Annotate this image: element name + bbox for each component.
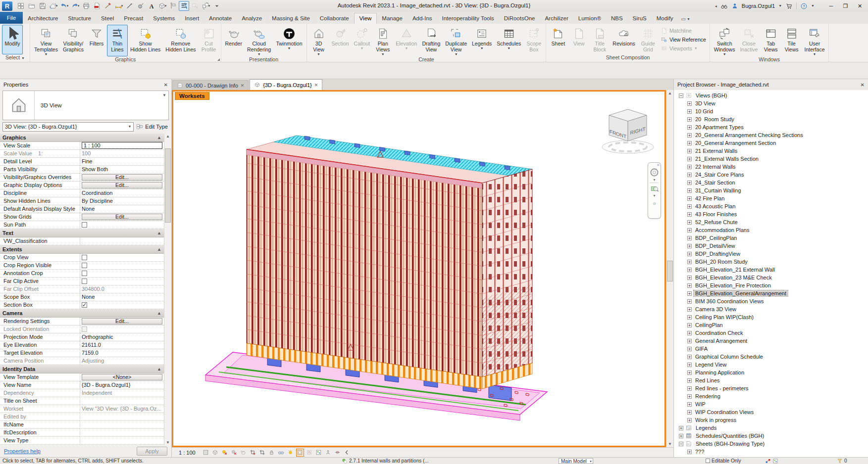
show-hidden-lines-button[interactable]: Show Hidden Lines <box>128 25 163 56</box>
property-value[interactable] <box>80 270 164 277</box>
tree-item-24-stair-core-plans[interactable]: +24_Stair Core Plans <box>676 171 868 179</box>
tree-expander-icon[interactable]: + <box>687 173 692 177</box>
property-value[interactable]: Fine <box>80 158 164 165</box>
schedules-button[interactable]: Schedules▼ <box>494 25 523 56</box>
filters-button[interactable]: Filters <box>86 25 107 56</box>
zoom-icon[interactable] <box>650 184 659 193</box>
customize-qat-icon[interactable] <box>211 1 222 11</box>
tree-expander-icon[interactable]: + <box>687 141 692 145</box>
tree-expander-icon[interactable]: + <box>687 228 692 232</box>
tree-expander-icon[interactable]: + <box>687 149 692 153</box>
tree-item-coordination-check[interactable]: +Coordination Check <box>676 329 868 337</box>
property-value[interactable]: <None> <box>80 373 164 381</box>
tree-expander-icon[interactable]: + <box>687 339 692 343</box>
tree-item-20-general-arrangement-section[interactable]: +20_General Arrangement Section <box>676 139 868 147</box>
ribbon-tab-view[interactable]: View <box>354 13 377 24</box>
checkbox[interactable] <box>82 278 87 284</box>
tree-expander-icon[interactable]: + <box>687 196 692 201</box>
tree-item-bdp-detailview[interactable]: +BDP_DetailView <box>676 242 868 250</box>
undo-icon[interactable]: ▾ <box>59 1 69 11</box>
tree-item-wip[interactable]: +WIP <box>676 400 868 408</box>
editable-only-checkbox[interactable] <box>706 459 710 463</box>
user-interface-button[interactable]: User Interface▼ <box>802 25 827 56</box>
ribbon-tab-manage[interactable]: Manage <box>377 13 408 24</box>
tree-expander-icon[interactable]: + <box>687 331 692 335</box>
tree-item-24-stair-section[interactable]: +24_Stair Section <box>676 179 868 186</box>
property-value[interactable]: Orthographic <box>80 333 164 341</box>
tree-expander-icon[interactable]: + <box>687 204 692 209</box>
property-section-camera[interactable]: Camera▲ <box>0 309 164 318</box>
tree-item-camera-3d-view[interactable]: +Camera 3D View <box>676 305 868 313</box>
tab-views-button[interactable]: Tab Views <box>761 25 781 56</box>
viewcube[interactable]: FRONT RIGHT <box>599 103 659 157</box>
matchline-button[interactable]: Matchline <box>661 27 706 35</box>
tree-item-20-room-study[interactable]: +20 Room Study <box>676 115 868 123</box>
tree-item-52-refuse-chute[interactable]: +52_Refuse Chute <box>676 218 868 226</box>
property-value[interactable] <box>80 262 164 269</box>
ribbon-tab-annotate[interactable]: Annotate <box>204 13 237 24</box>
tree-item-20-apartment-types[interactable]: +20 Apartment Types <box>676 123 868 131</box>
tree-expander-icon[interactable]: + <box>687 165 692 169</box>
restore-button[interactable]: ❐ <box>838 0 853 11</box>
ribbon-tab-sirus[interactable]: SiruS <box>628 13 652 24</box>
tree-item-bdp-draftingview[interactable]: +BDP_DraftingView <box>676 250 868 258</box>
property-value[interactable] <box>80 254 164 261</box>
switch-windows-button[interactable]: Switch Windows▼ <box>712 25 738 56</box>
tree-expander-icon[interactable]: + <box>687 323 692 327</box>
property-value[interactable]: Show Both <box>80 166 164 173</box>
tree-expander-icon[interactable]: + <box>687 181 692 185</box>
help-menu-caret-icon[interactable]: ▼ <box>811 4 815 7</box>
tree-expander-icon[interactable]: + <box>687 157 692 161</box>
tree-item-red-lines[interactable]: +Red Lines <box>676 376 868 384</box>
scope-box-button[interactable]: Scope Box <box>523 25 544 56</box>
tree-item-3d-view[interactable]: +3D View <box>676 99 868 107</box>
redo-icon[interactable]: ▾ <box>70 1 80 11</box>
worksharing-display-icon[interactable] <box>315 449 323 457</box>
tree-expander-icon[interactable]: + <box>687 347 692 351</box>
property-section-text[interactable]: Text▲ <box>0 229 164 237</box>
revit-logo-icon[interactable]: R <box>2 1 12 11</box>
tree-item-22-internal-walls[interactable]: +22 Internal Walls <box>676 163 868 171</box>
tree-item-ceilingplan[interactable]: +CeilingPlan <box>676 321 868 329</box>
tree-expander-icon[interactable]: + <box>687 283 692 288</box>
selection-filter[interactable]: 0 <box>837 458 847 464</box>
property-value[interactable]: 1 : 100 <box>80 142 164 149</box>
checkbox[interactable] <box>82 222 87 228</box>
project-browser-close-icon[interactable]: ✕ <box>861 82 865 88</box>
measure-icon[interactable] <box>102 1 113 11</box>
checkbox[interactable] <box>82 255 87 260</box>
tree-item-bdp-ceilingplan[interactable]: +BDP_CeilingPlan <box>676 234 868 242</box>
drafting-view-button[interactable]: Drafting View <box>419 25 443 56</box>
elevation-button[interactable]: Elevation▼ <box>393 25 419 56</box>
file-tab[interactable]: File <box>0 12 23 24</box>
ribbon-tab-modify[interactable]: Modify <box>652 13 678 24</box>
checkbox[interactable] <box>82 326 87 332</box>
property-value[interactable]: By Discipline <box>80 197 164 205</box>
property-value[interactable]: Edit... <box>80 213 164 221</box>
tree-expander-icon[interactable]: + <box>687 188 692 193</box>
document-tab--3d-bugra-ozgul1-[interactable]: {3D - Bugra.Ozgul1}✕ <box>250 79 322 90</box>
property-value[interactable] <box>80 413 164 420</box>
edit-button[interactable]: Edit... <box>82 214 162 220</box>
tree-expander-icon[interactable]: + <box>687 386 692 391</box>
property-value[interactable]: 21611.0 <box>80 341 164 349</box>
tree-item-legends[interactable]: +Legends <box>676 424 868 432</box>
tree-expander-icon[interactable]: + <box>687 291 692 296</box>
ribbon-tab-analyze[interactable]: Analyze <box>237 13 267 24</box>
navbar-close-icon[interactable]: ✕ <box>657 164 660 167</box>
property-value[interactable] <box>80 397 164 405</box>
ribbon-tab-insert[interactable]: Insert <box>180 13 204 24</box>
property-value[interactable]: Edit... <box>80 318 164 325</box>
tree-expander-icon[interactable]: + <box>687 363 692 367</box>
property-value[interactable] <box>80 278 164 285</box>
design-option-control[interactable]: Main Model <box>559 458 593 464</box>
steering-wheel-icon[interactable] <box>650 168 659 177</box>
cut-profile-button[interactable]: Cut Profile <box>199 25 219 56</box>
view-templates-button[interactable]: View Templates▼ <box>32 25 60 56</box>
tree-item-work-in-progress[interactable]: +Work in progress <box>676 416 868 424</box>
tree-item-bgh-elevation-21-external-wall[interactable]: +BGH_Elevation_21 External Wall <box>676 266 868 274</box>
save-icon[interactable] <box>37 1 48 11</box>
tree-expander-icon[interactable]: + <box>687 236 692 240</box>
ribbon-tab-interoperability-tools[interactable]: Interoperability Tools <box>437 13 499 24</box>
tree-item-31-curtain-walling[interactable]: +31_Curtain Walling <box>676 186 868 194</box>
